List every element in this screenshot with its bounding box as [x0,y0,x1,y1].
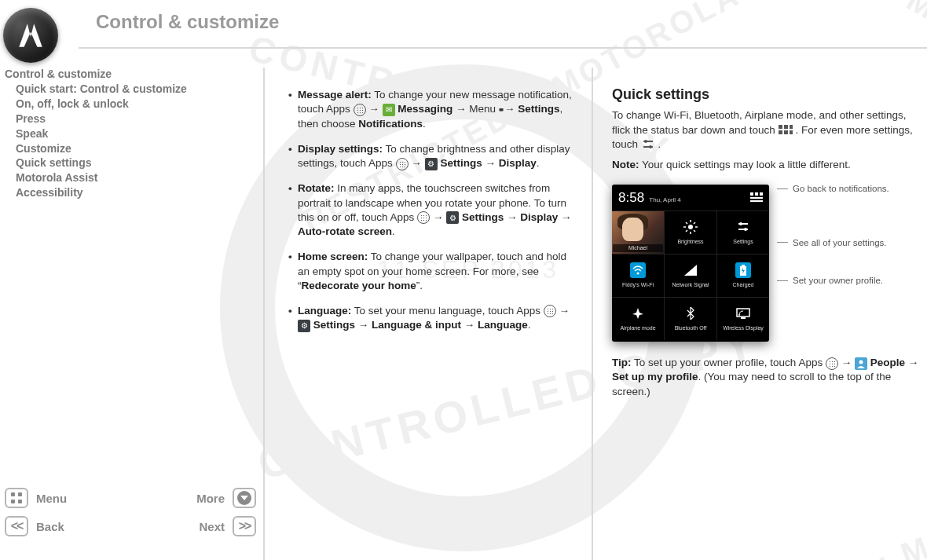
svg-point-33 [738,314,740,316]
signal-icon [683,262,698,278]
svg-point-26 [739,222,742,225]
bullet-display-settings: Display settings: To change brightness a… [288,142,574,170]
settings-icon: ⚙ [425,158,438,170]
airplane-icon [630,306,646,321]
quick-settings-toggle-icon [779,125,793,136]
phone-date: Thu, April 4 [649,196,680,203]
more-label: More [196,492,225,505]
toc-item[interactable]: Customize [5,141,255,156]
toc-item[interactable]: Quick start: Control & customize [5,82,255,97]
settings-tile-icon [735,219,751,235]
quick-settings-heading: Quick settings [612,85,919,104]
phone-time: 8:58 [618,190,644,205]
main-content: Message alert: To change your new messag… [263,68,593,560]
next-label: Next [199,520,225,533]
wireless-display-icon [735,306,751,321]
svg-point-15 [688,225,693,229]
toc-item[interactable]: Press [5,112,255,126]
svg-rect-10 [750,192,753,196]
svg-rect-29 [742,265,745,266]
header-divider [79,47,927,49]
svg-line-23 [686,230,687,232]
settings-icon: ⚙ [298,320,310,332]
svg-point-27 [744,228,747,231]
toc: Control & customize Quick start: Control… [5,68,255,200]
apps-icon [396,158,409,170]
svg-rect-11 [755,192,758,196]
svg-line-22 [694,222,695,224]
svg-rect-32 [741,317,746,319]
bullet-home-screen: Home screen: To change your wallpaper, t… [288,250,574,293]
apps-icon [544,305,556,317]
svg-rect-4 [784,130,788,134]
battery-icon [735,262,751,278]
phone-mockup: 8:58 Thu, April 4 Michael Brightness Set… [612,185,769,342]
svg-point-34 [859,360,863,364]
svg-rect-0 [779,125,782,129]
page-title: Control & customize [96,11,279,33]
quick-settings-section: Quick settings To change Wi-Fi, Bluetoot… [593,68,927,560]
brightness-icon [683,219,698,235]
bullet-language: Language: To set your menu language, tou… [288,304,574,332]
menu-label: Menu [36,492,67,505]
svg-rect-1 [784,125,788,129]
back-button[interactable]: << [5,516,28,536]
svg-rect-14 [750,200,763,202]
toc-item[interactable]: Accessibility [5,185,255,200]
notification-toggle-icon [750,192,763,205]
svg-rect-5 [790,130,793,134]
apps-icon [354,104,366,116]
svg-point-8 [644,140,647,143]
svg-point-9 [649,145,652,148]
apps-icon [417,211,430,224]
page-nav: Menu More << Back Next >> [5,488,256,544]
svg-point-28 [637,273,639,275]
menu-dots-icon: ▪▪ [499,103,502,117]
bullet-rotate: Rotate: In many apps, the touchscreen sw… [288,181,574,239]
back-label: Back [36,520,64,533]
next-button[interactable]: >> [233,516,256,536]
more-button[interactable] [233,488,256,508]
svg-rect-3 [779,130,782,134]
svg-rect-2 [790,125,793,129]
svg-line-20 [686,222,687,224]
settings-equalizer-icon [641,139,655,150]
wifi-icon [630,262,646,278]
toc-item[interactable]: On, off, lock & unlock [5,97,255,112]
toc-item[interactable]: Quick settings [5,156,255,170]
toc-heading[interactable]: Control & customize [5,68,255,80]
svg-rect-13 [750,197,763,199]
apps-icon [826,357,838,370]
svg-rect-12 [760,192,763,196]
motorola-logo [3,8,58,63]
bluetooth-icon [683,306,698,321]
messaging-icon: ✉ [383,104,395,116]
people-icon [855,357,867,370]
toc-item[interactable]: Motorola Assist [5,170,255,185]
svg-line-21 [694,230,695,232]
settings-icon: ⚙ [446,211,459,224]
menu-button[interactable] [5,488,28,508]
annotations: Go back to notifications. See all of you… [777,178,889,286]
bullet-message-alert: Message alert: To change your new messag… [288,88,574,131]
toc-item[interactable]: Speak [5,126,255,141]
